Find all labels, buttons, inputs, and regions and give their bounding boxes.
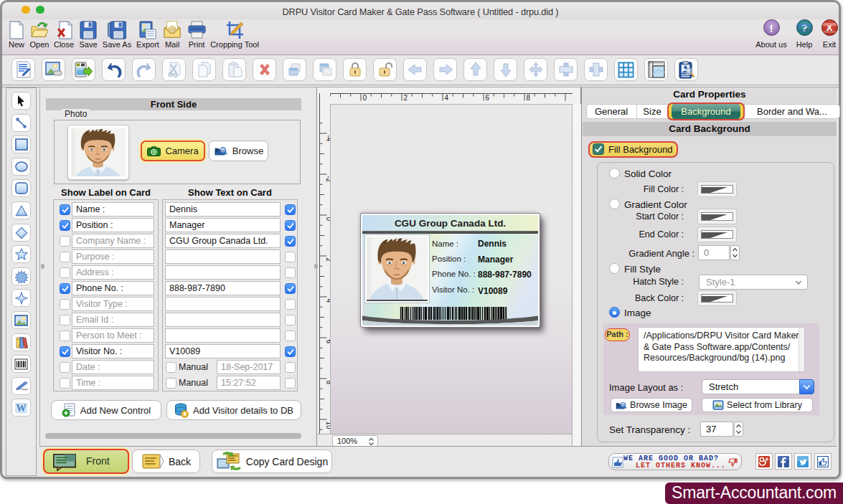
svg-text:W: W <box>17 403 27 414</box>
svg-text:0: 0 <box>363 94 367 102</box>
svg-text:8: 8 <box>325 381 330 385</box>
svg-text:0: 0 <box>325 217 330 222</box>
svg-text:2: 2 <box>325 258 330 262</box>
svg-text:2: 2 <box>404 94 408 102</box>
svg-text:-4: -4 <box>325 135 330 142</box>
svg-text:6: 6 <box>325 340 330 344</box>
svg-text:10: 10 <box>325 422 330 430</box>
svg-text:8: 8 <box>527 94 531 102</box>
svg-text:4: 4 <box>445 94 449 102</box>
svg-text:4: 4 <box>325 299 330 303</box>
svg-text:-2: -2 <box>325 176 330 183</box>
svg-text:6: 6 <box>486 94 490 102</box>
